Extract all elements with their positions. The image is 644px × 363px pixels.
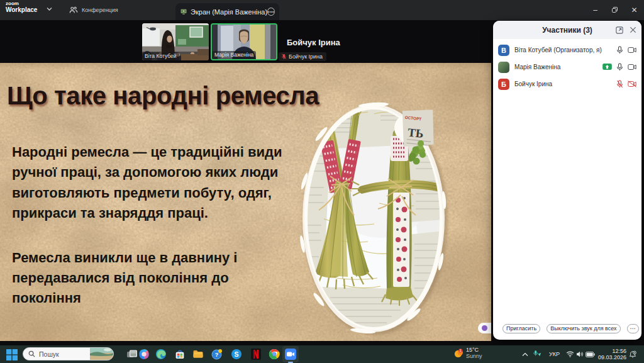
svg-text:ТЬ: ТЬ (407, 125, 424, 140)
